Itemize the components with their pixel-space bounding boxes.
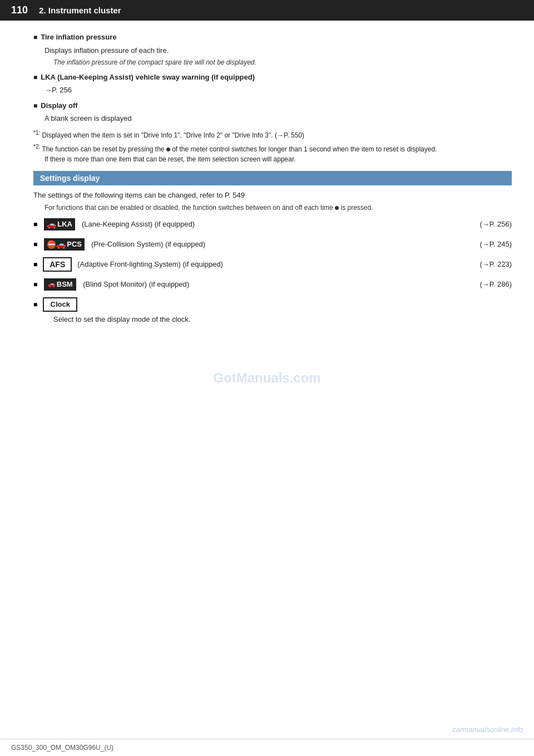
pcs-ref: (→P. 245) bbox=[479, 240, 512, 248]
carmanuals-watermark: carmanualsonline.info bbox=[453, 725, 523, 734]
clock-note: Select to set the display mode of the cl… bbox=[33, 314, 512, 325]
settings-note: For functions that can be enabled or dis… bbox=[33, 203, 512, 213]
main-content: Tire inflation pressure Displays inflati… bbox=[0, 21, 534, 338]
tire-inflation-body: Displays inflation pressure of each tire… bbox=[33, 45, 512, 56]
afs-ref: (→P. 223) bbox=[479, 260, 512, 268]
tire-inflation-title: Tire inflation pressure bbox=[33, 32, 512, 43]
settings-dot-bullet-icon bbox=[335, 204, 340, 212]
display-off-title: Display off bbox=[33, 100, 512, 111]
settings-item-afs: ■ AFS (Adaptive Front-lighting System) (… bbox=[33, 257, 512, 272]
lka-title: LKA (Lane-Keeping Assist) vehicle sway w… bbox=[33, 72, 512, 83]
bullet-pcs: ■ bbox=[33, 240, 37, 248]
bsm-desc: (Blind Spot Monitor) (if equipped) bbox=[83, 280, 474, 288]
display-off-section: Display off A blank screen is displayed bbox=[33, 100, 512, 124]
lka-ref-settings: (→P. 256) bbox=[479, 220, 512, 228]
bullet-bsm: ■ bbox=[33, 281, 37, 288]
watermark: GotManuals.com bbox=[213, 370, 320, 386]
lka-car-icon: 🚗 bbox=[47, 220, 56, 229]
section-title: 2. Instrument cluster bbox=[39, 6, 121, 15]
afs-badge-text: AFS bbox=[50, 260, 65, 269]
top-bar: 110 2. Instrument cluster bbox=[0, 0, 534, 21]
lka-badge-text: LKA bbox=[57, 220, 72, 228]
pcs-icon: ⛔🚗 bbox=[47, 240, 66, 249]
tire-inflation-note: The inflation pressure of the compact sp… bbox=[33, 58, 512, 67]
footnote-2: *2: The function can be reset by pressin… bbox=[33, 143, 512, 164]
settings-item-bsm: ■ 🚗 BSM (Blind Spot Monitor) (if equippe… bbox=[33, 277, 512, 292]
footnote-1: *1: Displayed when the item is set in "D… bbox=[33, 129, 512, 140]
bullet-lka: ■ bbox=[33, 220, 37, 228]
lka-ref: →P. 256 bbox=[33, 85, 512, 96]
lka-badge: 🚗 LKA bbox=[43, 217, 76, 232]
settings-item-clock: ■ Clock bbox=[33, 297, 512, 312]
page: 110 2. Instrument cluster Tire inflation… bbox=[0, 0, 534, 756]
page-number: 110 bbox=[11, 4, 28, 16]
settings-item-pcs: ■ ⛔🚗 PCS (Pre-Collision System) (if equi… bbox=[33, 237, 512, 252]
clock-badge-text: Clock bbox=[51, 300, 70, 308]
tire-inflation-section: Tire inflation pressure Displays inflati… bbox=[33, 32, 512, 67]
settings-intro: The settings of the following items can … bbox=[33, 191, 512, 199]
pcs-badge-text: PCS bbox=[67, 240, 82, 248]
footer-bar: GS350_300_OM_OM30G96U_(U) bbox=[0, 739, 534, 756]
bsm-badge: 🚗 BSM bbox=[43, 277, 77, 292]
pcs-desc: (Pre-Collision System) (if equipped) bbox=[91, 240, 474, 248]
bsm-ref: (→P. 286) bbox=[479, 280, 512, 288]
footnote-2-mark: *2: bbox=[33, 145, 40, 153]
bullet-afs: ■ bbox=[33, 261, 37, 268]
afs-badge: AFS bbox=[43, 257, 72, 272]
afs-desc: (Adaptive Front-lighting System) (if equ… bbox=[77, 260, 474, 268]
footnote-1-mark: *1: bbox=[33, 131, 40, 139]
footnote-1-text: Displayed when the item is set in "Drive… bbox=[42, 131, 305, 139]
footnote-2-text2: of the meter control switches for longer… bbox=[172, 145, 437, 153]
lka-section: LKA (Lane-Keeping Assist) vehicle sway w… bbox=[33, 72, 512, 96]
bsm-icon: 🚗 bbox=[48, 281, 56, 288]
pcs-badge: ⛔🚗 PCS bbox=[43, 237, 86, 252]
settings-item-lka: ■ 🚗 LKA (Lane-Keeping Assist) (if equipp… bbox=[33, 217, 512, 232]
lka-desc: (Lane-Keeping Assist) (if equipped) bbox=[82, 220, 474, 228]
dot-bullet-icon bbox=[166, 145, 172, 153]
display-off-body: A blank screen is displayed bbox=[33, 113, 512, 124]
document-id: GS350_300_OM_OM30G96U_(U) bbox=[11, 744, 113, 752]
settings-display-bar: Settings display bbox=[33, 171, 512, 185]
bullet-clock: ■ bbox=[33, 301, 37, 308]
clock-badge: Clock bbox=[43, 297, 77, 312]
bsm-badge-text: BSM bbox=[57, 280, 73, 288]
footnote-2-text3: If there is more than one item that can … bbox=[44, 155, 296, 163]
footnote-2-text: The function can be reset by pressing th… bbox=[42, 145, 164, 153]
